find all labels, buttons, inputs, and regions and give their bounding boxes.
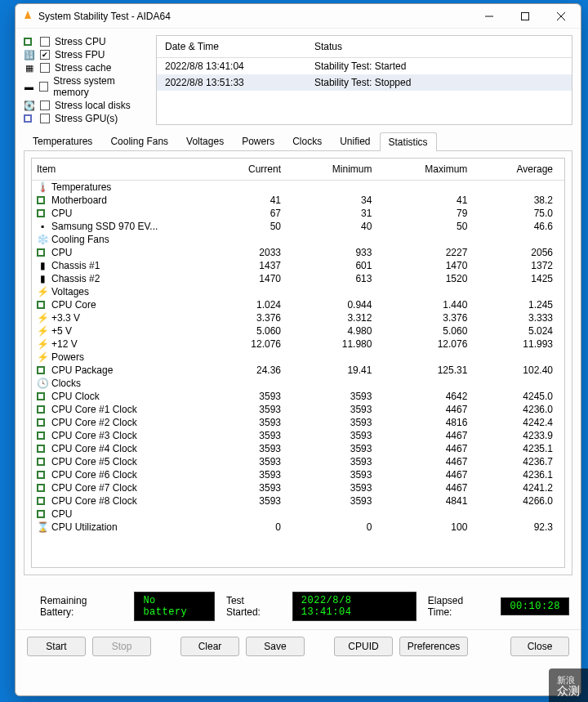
table-row[interactable]: ▮Chassis #2147061315201425 bbox=[32, 272, 564, 285]
table-row[interactable]: CPU Core #8 Clock3593359348414266.0 bbox=[32, 494, 564, 507]
table-row[interactable]: ⌛CPU Utilization0010092.3 bbox=[32, 521, 564, 534]
save-button[interactable]: Save bbox=[246, 637, 305, 656]
statistics-scroll[interactable]: Item Current Minimum Maximum Average 🌡️T… bbox=[31, 158, 565, 568]
option-stress-cache[interactable]: ▦Stress cache bbox=[24, 61, 146, 74]
battery-value: No battery bbox=[134, 592, 215, 621]
app-icon bbox=[22, 11, 33, 22]
table-row[interactable]: Motherboard41344138.2 bbox=[32, 194, 564, 207]
table-row[interactable]: CPU Core #5 Clock3593359344674236.7 bbox=[32, 455, 564, 468]
table-row[interactable]: CPU Clock3593359346424245.0 bbox=[32, 390, 564, 403]
col-maximum[interactable]: Maximum bbox=[383, 159, 479, 181]
tab-unified[interactable]: Unified bbox=[331, 132, 379, 150]
preferences-button[interactable]: Preferences bbox=[399, 637, 468, 656]
watermark: 新浪 众测 bbox=[549, 668, 588, 702]
table-row[interactable]: CPU Core #1 Clock3593359344674236.0 bbox=[32, 403, 564, 416]
window-title: System Stability Test - AIDA64 bbox=[38, 11, 471, 22]
svg-rect-1 bbox=[522, 12, 529, 20]
tab-statistics[interactable]: Statistics bbox=[380, 132, 437, 151]
option-label: Stress CPU bbox=[55, 36, 106, 47]
statistics-table: Item Current Minimum Maximum Average 🌡️T… bbox=[32, 159, 564, 534]
option-stress-cpu[interactable]: Stress CPU bbox=[24, 35, 146, 48]
window-controls bbox=[471, 5, 579, 28]
table-row[interactable]: ⚡+12 V12.07611.98012.07611.993 bbox=[32, 338, 564, 351]
tab-powers[interactable]: Powers bbox=[233, 132, 283, 150]
log-row[interactable]: 2022/8/8 13:41:04 Stability Test: Starte… bbox=[157, 58, 572, 75]
table-row[interactable]: CPU Core #2 Clock3593359348164242.4 bbox=[32, 416, 564, 429]
group-header: ❄️Cooling Fans bbox=[32, 233, 564, 246]
clear-button[interactable]: Clear bbox=[180, 637, 239, 656]
tab-clocks[interactable]: Clocks bbox=[283, 132, 331, 150]
group-header: ⚡Voltages bbox=[32, 285, 564, 298]
table-row[interactable]: CPU Core1.0240.9441.4401.245 bbox=[32, 298, 564, 311]
elapsed-value: 00:10:28 bbox=[501, 597, 569, 615]
log-row[interactable]: 2022/8/8 13:51:33 Stability Test: Stoppe… bbox=[157, 74, 572, 91]
battery-label: Remaining Battery: bbox=[40, 595, 122, 618]
tab-voltages[interactable]: Voltages bbox=[177, 132, 233, 150]
option-label: Stress local disks bbox=[55, 100, 131, 111]
option-stress-gpu[interactable]: Stress GPU(s) bbox=[24, 112, 146, 125]
table-row[interactable]: CPU Core #6 Clock3593359344674236.1 bbox=[32, 468, 564, 481]
table-row[interactable]: CPU67317975.0 bbox=[32, 207, 564, 220]
elapsed-label: Elapsed Time: bbox=[428, 595, 490, 618]
table-row[interactable]: ▪Samsung SSD 970 EV...50405046.6 bbox=[32, 220, 564, 233]
option-label: Stress system memory bbox=[53, 75, 146, 98]
table-row[interactable]: ⚡+3.3 V3.3763.3123.3763.333 bbox=[32, 311, 564, 324]
col-minimum[interactable]: Minimum bbox=[292, 159, 383, 181]
option-stress-disks[interactable]: 💽Stress local disks bbox=[24, 99, 146, 112]
option-label: Stress GPU(s) bbox=[55, 113, 118, 124]
option-label: Stress FPU bbox=[55, 49, 105, 60]
col-current[interactable]: Current bbox=[213, 159, 292, 181]
table-row[interactable]: CPU203393322272056 bbox=[32, 246, 564, 259]
bottom-buttons: Start Stop Clear Save CPUID Preferences … bbox=[16, 629, 581, 666]
table-row[interactable]: CPU Package24.3619.41125.31102.40 bbox=[32, 364, 564, 377]
cpuid-button[interactable]: CPUID bbox=[334, 637, 393, 656]
test-started-label: Test Started: bbox=[226, 595, 281, 618]
option-label: Stress cache bbox=[55, 62, 111, 74]
col-average[interactable]: Average bbox=[479, 159, 564, 181]
log-panel: Date & Time Status 2022/8/8 13:41:04 Sta… bbox=[156, 35, 572, 125]
group-header: CPU bbox=[32, 507, 564, 521]
titlebar: System Stability Test - AIDA64 bbox=[16, 4, 581, 29]
table-row[interactable]: CPU Core #4 Clock3593359344674235.1 bbox=[32, 442, 564, 455]
table-row[interactable]: ⚡+5 V5.0604.9805.0605.024 bbox=[32, 324, 564, 338]
maximize-button[interactable] bbox=[507, 5, 543, 28]
start-button[interactable]: Start bbox=[27, 637, 86, 656]
stop-button[interactable]: Stop bbox=[92, 637, 151, 656]
table-row[interactable]: CPU Core #3 Clock3593359344674233.9 bbox=[32, 429, 564, 442]
group-header: 🌡️Temperatures bbox=[32, 181, 564, 195]
minimize-button[interactable] bbox=[471, 5, 507, 28]
group-header: 🕓Clocks bbox=[32, 377, 564, 390]
table-row[interactable]: CPU Core #7 Clock3593359344674241.2 bbox=[32, 481, 564, 494]
option-stress-memory[interactable]: ▬Stress system memory bbox=[24, 74, 146, 99]
option-stress-fpu[interactable]: 🔢Stress FPU bbox=[24, 48, 146, 61]
tab-temperatures[interactable]: Temperatures bbox=[24, 132, 101, 150]
tab-cooling-fans[interactable]: Cooling Fans bbox=[101, 132, 177, 150]
test-started-value: 2022/8/8 13:41:04 bbox=[292, 592, 416, 621]
statistics-frame: Item Current Minimum Maximum Average 🌡️T… bbox=[24, 150, 572, 575]
log-head-status[interactable]: Status bbox=[306, 36, 572, 58]
close-button-bottom[interactable]: Close bbox=[510, 637, 569, 656]
app-window: System Stability Test - AIDA64 Stress CP… bbox=[15, 3, 581, 696]
tabs: Temperatures Cooling Fans Voltages Power… bbox=[16, 128, 581, 150]
col-item[interactable]: Item bbox=[32, 159, 213, 181]
status-bar: Remaining Battery: No battery Test Start… bbox=[16, 582, 581, 624]
close-button[interactable] bbox=[543, 5, 579, 28]
group-header: ⚡Powers bbox=[32, 351, 564, 364]
stress-options: Stress CPU 🔢Stress FPU ▦Stress cache ▬St… bbox=[24, 35, 146, 125]
log-head-date[interactable]: Date & Time bbox=[157, 36, 306, 58]
table-row[interactable]: ▮Chassis #1143760114701372 bbox=[32, 259, 564, 272]
